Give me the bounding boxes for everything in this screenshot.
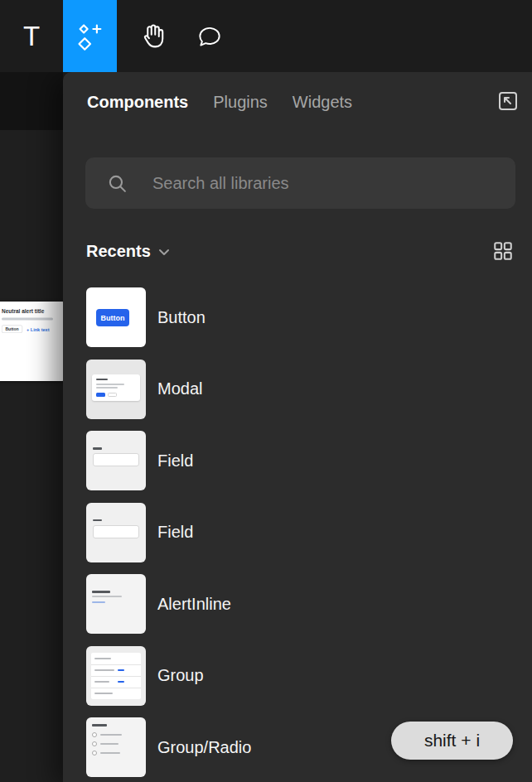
shortcut-hint-badge: shift + i	[391, 722, 513, 760]
comment-bubble-icon	[196, 22, 224, 51]
component-name: Button	[157, 308, 206, 327]
comment-tool-button[interactable]	[186, 0, 234, 72]
component-item-field-2[interactable]: Field	[86, 503, 532, 562]
hand-tool-button[interactable]	[129, 0, 177, 72]
popout-panel-button[interactable]	[496, 89, 520, 113]
component-item-alertinline[interactable]: AlertInline	[86, 574, 532, 634]
chevron-down-icon	[158, 247, 170, 257]
figma-window: Neutral alert title Button + Link text T	[0, 0, 532, 782]
recents-label: Recents	[86, 242, 151, 261]
tab-widgets[interactable]: Widgets	[293, 93, 352, 112]
assets-tool-button-active[interactable]	[63, 0, 117, 72]
thumb-input-box	[93, 453, 139, 466]
panel-tabs: Components Plugins Widgets	[63, 72, 532, 132]
top-toolbar: T	[0, 0, 532, 72]
search-input[interactable]	[151, 173, 515, 194]
hand-tool-icon	[138, 22, 168, 51]
alert-preview-button: Button	[2, 326, 22, 334]
component-name: Field	[157, 523, 193, 542]
text-tool-button[interactable]: T	[12, 0, 51, 72]
component-diamond-plus-icon	[75, 22, 105, 51]
component-item-group[interactable]: Group	[86, 646, 532, 706]
tab-components[interactable]: Components	[87, 93, 188, 112]
component-thumbnail-group	[86, 646, 146, 706]
component-name: Group	[157, 666, 204, 685]
component-thumbnail-field	[86, 503, 146, 562]
alert-preview-link: + Link text	[27, 326, 49, 331]
component-name: Group/Radio	[157, 738, 251, 757]
thumb-modal-card	[92, 374, 140, 401]
thumb-group-rows	[91, 653, 141, 699]
canvas-alert-component-preview[interactable]: Neutral alert title Button + Link text	[0, 302, 65, 381]
component-name: AlertInline	[157, 595, 231, 614]
grid-view-icon	[492, 240, 514, 262]
tab-plugins[interactable]: Plugins	[213, 93, 268, 112]
alert-preview-actions: Button + Link text	[2, 326, 65, 334]
canvas-area[interactable]: Neutral alert title Button + Link text	[0, 72, 63, 782]
thumb-input-box	[93, 525, 139, 538]
component-name: Modal	[157, 379, 202, 398]
component-name: Field	[157, 451, 193, 471]
grid-view-toggle[interactable]	[492, 240, 514, 262]
thumb-blue-button: Button	[96, 309, 129, 326]
alert-preview-title: Neutral alert title	[2, 308, 65, 315]
component-item-button[interactable]: Button Button	[86, 287, 532, 347]
component-thumbnail-button: Button	[86, 287, 146, 347]
alert-preview-content: Neutral alert title Button + Link text	[0, 302, 65, 333]
component-thumbnail-field	[86, 431, 146, 490]
popout-arrow-icon	[496, 89, 520, 113]
components-panel: Components Plugins Widgets Recents	[63, 72, 532, 782]
alert-preview-description-line	[2, 318, 53, 321]
component-item-modal[interactable]: Modal	[86, 360, 532, 419]
canvas-dark-region	[0, 72, 63, 130]
component-thumbnail-group-radio	[86, 717, 146, 777]
component-thumbnail-alertinline	[86, 574, 146, 634]
component-item-field[interactable]: Field	[86, 431, 532, 490]
component-thumbnail-modal	[86, 360, 146, 419]
text-tool-icon: T	[23, 21, 40, 52]
component-list: Button Button Modal	[86, 287, 532, 777]
search-icon	[107, 173, 128, 194]
library-search-bar	[85, 157, 515, 209]
recents-dropdown[interactable]: Recents	[86, 242, 170, 261]
